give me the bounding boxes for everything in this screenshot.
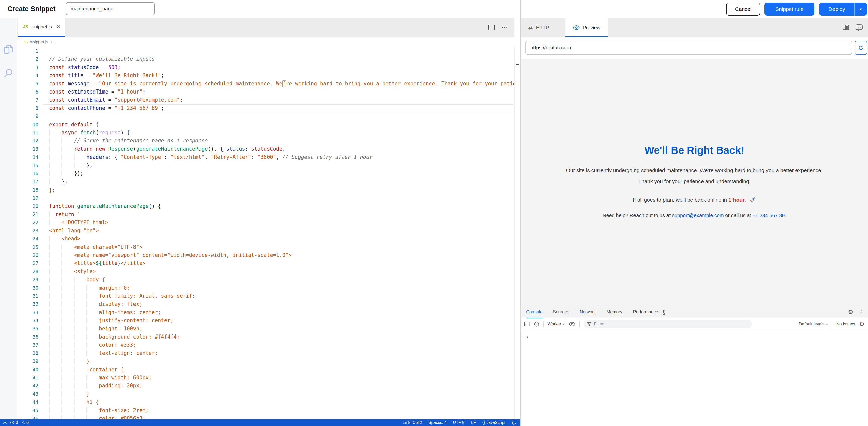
code-line[interactable]: 31 font-family: Arial, sans-serif;: [17, 292, 514, 300]
editor-more-actions-icon[interactable]: ···: [501, 24, 508, 31]
notifications-bell-icon[interactable]: [512, 421, 516, 425]
code-line[interactable]: 17 },: [17, 177, 514, 186]
code-line[interactable]: 23<html lang="en">: [17, 227, 514, 235]
code-line[interactable]: 25 <meta charset="UTF-8">: [17, 243, 514, 251]
code-line[interactable]: 6const estimatedTime = "1 hour";: [17, 88, 514, 96]
code-line[interactable]: 4const title = "We'll Be Right Back!";: [17, 71, 514, 80]
code-line[interactable]: 40 .container {: [17, 366, 514, 374]
phone-link[interactable]: +1 234 567 89: [752, 212, 785, 218]
tab-memory[interactable]: Memory: [607, 306, 622, 318]
code-line[interactable]: 38 text-align: center;: [17, 349, 514, 358]
encoding[interactable]: UTF-8: [453, 421, 464, 425]
code-editor[interactable]: 12// Define your customizable inputs3con…: [17, 47, 514, 419]
cursor-position[interactable]: Ln 8, Col 2: [403, 421, 422, 425]
breadcrumb-file[interactable]: snippet.js: [30, 39, 49, 45]
code-text: }: [38, 391, 89, 397]
files-icon[interactable]: [0, 45, 17, 55]
code-line[interactable]: 30 margin: 0;: [17, 284, 514, 292]
discord-chat-icon[interactable]: [856, 24, 863, 31]
code-line[interactable]: 8const contactPhone = "+1 234 567 89";: [17, 104, 514, 112]
support-email-link[interactable]: support@example.com: [672, 212, 724, 218]
errors-indicator[interactable]: 0: [10, 421, 18, 425]
code-line[interactable]: 45 font-size: 2rem;: [17, 406, 514, 415]
refresh-icon: [858, 45, 864, 51]
snippet-name-input[interactable]: [66, 2, 155, 16]
tab-snippet-js[interactable]: JS snippet.js ×: [18, 18, 65, 37]
code-line[interactable]: 39 }: [17, 357, 514, 366]
code-line[interactable]: 20function generateMaintenancePage() {: [17, 202, 514, 210]
warnings-indicator[interactable]: ⚠ 0: [22, 421, 28, 425]
close-tab-icon[interactable]: ×: [57, 23, 60, 30]
console-settings-icon[interactable]: ⚙: [859, 321, 865, 328]
docs-book-icon[interactable]: [842, 24, 849, 31]
code-line[interactable]: 21 return `: [17, 210, 514, 219]
snippet-rule-button[interactable]: Snippet rule: [765, 2, 814, 16]
code-line[interactable]: 13 return new Response(generateMaintenan…: [17, 145, 514, 153]
code-line[interactable]: 3const statusCode = 503;: [17, 63, 514, 72]
code-line[interactable]: 10export default {: [17, 120, 514, 129]
code-line[interactable]: 26 <meta name="viewport" content="width=…: [17, 251, 514, 259]
code-line[interactable]: 33 align-items: center;: [17, 308, 514, 317]
issues-counter[interactable]: No Issues: [836, 322, 856, 327]
code-line[interactable]: 41 max-width: 600px;: [17, 374, 514, 382]
code-line[interactable]: 12 // Serve the maintenance page as a re…: [17, 137, 514, 145]
code-line[interactable]: 37 color: #333;: [17, 341, 514, 349]
refresh-button[interactable]: [855, 40, 867, 55]
code-line[interactable]: 32 display: flex;: [17, 300, 514, 308]
search-icon[interactable]: [0, 68, 17, 78]
tab-http[interactable]: ⇄ HTTP: [521, 18, 557, 37]
code-line[interactable]: 11 async fetch(request) {: [17, 129, 514, 137]
code-line[interactable]: 1: [17, 47, 514, 55]
code-line[interactable]: 27 <title>${title}</title>: [17, 259, 514, 267]
tab-performance[interactable]: Performance: [633, 306, 658, 318]
code-line[interactable]: 7const contactEmail = "support@example.c…: [17, 96, 514, 104]
console-filter-input[interactable]: Filter: [584, 320, 752, 329]
tab-console[interactable]: Console: [526, 306, 542, 318]
code-line[interactable]: 44 h1 {: [17, 398, 514, 406]
eol-type[interactable]: LF: [471, 421, 476, 425]
code-text: [38, 113, 49, 119]
code-line[interactable]: 9: [17, 112, 514, 120]
devtools-settings-icon[interactable]: ⚙: [848, 309, 853, 316]
console-sidebar-toggle-icon[interactable]: [524, 322, 530, 327]
code-line[interactable]: 2// Define your customizable inputs: [17, 55, 514, 63]
line-number: 4: [17, 71, 38, 80]
code-line[interactable]: 35 height: 100vh;: [17, 325, 514, 333]
deploy-dropdown-button[interactable]: ▾: [855, 2, 867, 16]
code-line[interactable]: 46 color: #0056b3;: [17, 415, 514, 419]
code-line[interactable]: 22 <!DOCTYPE html>: [17, 218, 514, 227]
language-mode[interactable]: {} JavaScript: [483, 421, 505, 425]
tab-network[interactable]: Network: [580, 306, 596, 318]
tab-preview[interactable]: Preview: [565, 18, 608, 37]
code-line[interactable]: 36 background-color: #f4f4f4;: [17, 333, 514, 341]
url-input[interactable]: [525, 40, 852, 55]
editor-scrollbar[interactable]: [514, 47, 520, 419]
code-line[interactable]: 24 <head>: [17, 235, 514, 243]
indentation[interactable]: Spaces: 4: [429, 421, 446, 425]
console-prompt[interactable]: ›: [526, 333, 528, 340]
log-levels-selector[interactable]: Default levels ▾: [799, 322, 828, 327]
split-editor-icon[interactable]: [488, 25, 495, 30]
code-line[interactable]: 19: [17, 194, 514, 202]
code-line[interactable]: 15 },: [17, 161, 514, 170]
breadcrumb-more[interactable]: …: [55, 40, 59, 45]
code-line[interactable]: 29 body {: [17, 276, 514, 284]
code-line[interactable]: 34 justify-content: center;: [17, 316, 514, 325]
code-line[interactable]: 14 headers: { "Content-Type": "text/html…: [17, 153, 514, 161]
remote-indicator-icon[interactable]: ><: [3, 421, 6, 425]
code-line[interactable]: 43 }: [17, 390, 514, 398]
context-selector[interactable]: Worker ▾: [548, 322, 565, 327]
devtools-menu-icon[interactable]: ⋮: [859, 309, 864, 315]
tab-sources[interactable]: Sources: [553, 306, 569, 318]
code-line[interactable]: 5const message = "Our site is currently …: [17, 80, 514, 88]
code-text: function generateMaintenancePage() {: [38, 203, 161, 209]
code-line[interactable]: 28 <style>: [17, 267, 514, 276]
clear-console-icon[interactable]: [534, 321, 539, 327]
live-expression-eye-icon[interactable]: [569, 322, 575, 326]
code-line[interactable]: 16 });: [17, 169, 514, 178]
console-output[interactable]: ›: [521, 330, 868, 340]
deploy-button[interactable]: Deploy ▾: [819, 2, 867, 16]
cancel-button[interactable]: Cancel: [726, 2, 760, 16]
code-line[interactable]: 42 padding: 20px;: [17, 381, 514, 390]
code-line[interactable]: 18};: [17, 186, 514, 194]
